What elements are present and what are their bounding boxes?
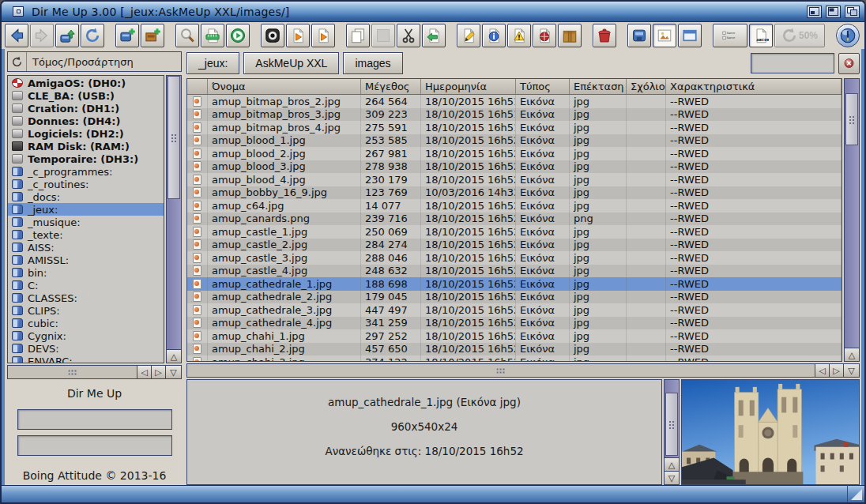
sidebar-vscroll-thumb[interactable]	[168, 76, 180, 199]
column-header-icon[interactable]	[187, 79, 208, 94]
table-row[interactable]: amup_blood_1.jpg253 58518/10/2015 16h52Ε…	[187, 134, 842, 148]
sidebar-item[interactable]: CLIPS:	[8, 304, 164, 317]
sidebar-item[interactable]: ENVARC:	[8, 355, 164, 363]
filter-input[interactable]	[751, 53, 834, 73]
sidebar-hscroll-track[interactable]	[7, 365, 137, 379]
sidebar-hscrollbar[interactable]: ◁ ▷ ▽	[7, 365, 182, 379]
table-row[interactable]: amup_bobby_16_9.jpg123 76910/03/2016 14h…	[187, 186, 842, 200]
cut-button[interactable]	[397, 24, 420, 47]
table-hscroll-track[interactable]	[186, 363, 815, 378]
table-scroll-down-button[interactable]: ▽	[844, 363, 860, 378]
table-vscroll-thumb[interactable]	[845, 93, 858, 145]
table-row[interactable]: amup_chahi_1.jpg297 25218/10/2015 16h52Ε…	[187, 329, 842, 343]
rename-button[interactable]	[457, 24, 480, 47]
table-row[interactable]: amup_c64.jpg14 07718/10/2015 16h52Εικόνα…	[187, 199, 842, 213]
breadcrumb-volume[interactable]: _jeux:	[186, 52, 239, 74]
save-list-button[interactable]	[627, 24, 651, 47]
iconify-button[interactable]	[807, 6, 822, 18]
sidebar-item[interactable]: _docs:	[8, 190, 164, 203]
sidebar-scroll-down-button[interactable]: ▽	[166, 365, 182, 379]
sidebar-scroll-up-button[interactable]: △	[167, 349, 181, 363]
sidebar-vscrollbar[interactable]: △	[166, 75, 182, 363]
refresh-button[interactable]	[81, 24, 104, 47]
protect-button[interactable]	[533, 24, 556, 47]
delete-button[interactable]	[593, 24, 616, 47]
zoom-button[interactable]	[826, 6, 841, 18]
table-row[interactable]: amup_blood_3.jpg278 93818/10/2015 16h52Ε…	[187, 160, 842, 174]
boing-button[interactable]	[836, 24, 860, 47]
table-row[interactable]: amup_bitmap_bros_3.jpg309 22318/10/2015 …	[187, 108, 842, 122]
new-disk-button[interactable]	[115, 24, 139, 47]
clear-filter-button[interactable]	[838, 53, 860, 74]
info-vscrollbar[interactable]: △ ▽	[664, 379, 680, 485]
table-row[interactable]: amup_chahi_2.jpg457 65018/10/2015 16h52Ε…	[187, 343, 842, 356]
info-vscroll-track[interactable]	[665, 380, 679, 457]
sidebar-item[interactable]: Crιation: (DH1:)	[8, 102, 164, 115]
column-header[interactable]: Χαρακτηριστικά	[666, 79, 842, 94]
comment-button[interactable]	[507, 24, 531, 47]
sidebar-item[interactable]: AmigaOS: (DH0:)	[8, 77, 164, 89]
column-header[interactable]: Ημερομηνία	[421, 79, 516, 94]
sidebar-scroll-left-button[interactable]: ◁	[137, 365, 152, 379]
table-row[interactable]: amup_cathedrale_1.jpg188 69818/10/2015 1…	[187, 277, 842, 291]
column-header[interactable]: Μέγεθος	[361, 79, 421, 94]
sidebar-item[interactable]: C:	[8, 279, 164, 291]
duplicate-button[interactable]	[371, 24, 395, 47]
sidebar-item[interactable]: Temporaire: (DH3:)	[8, 152, 164, 165]
table-hscrollbar[interactable]: ◁ ▷ ▽	[186, 363, 860, 378]
sidebar-item[interactable]: Logiciels: (DH2:)	[8, 127, 164, 140]
nav-forward-button[interactable]	[30, 24, 54, 47]
measure-button[interactable]	[201, 24, 224, 47]
volume-reload-button[interactable]	[55, 24, 79, 47]
zoom-level-button[interactable]: 50%	[774, 24, 825, 47]
titlebar[interactable]: Dir Me Up 3.00 [_jeux:AskMeUp XXL/images…	[2, 2, 864, 22]
sidebar-item[interactable]: RAM Disk: (RAM:)	[8, 140, 164, 152]
preview-toggle-button[interactable]	[653, 24, 676, 47]
show-file-button[interactable]	[286, 24, 310, 47]
info-scroll-down-button[interactable]: ▽	[665, 471, 679, 484]
close-button[interactable]	[13, 6, 24, 17]
sidebar-item[interactable]: CLE_BA: (USB:)	[8, 89, 164, 102]
table-row[interactable]: amup_bitmap_bros_4.jpg275 59118/10/2015 …	[187, 121, 842, 134]
table-row[interactable]: amup_bitmap_bros_2.jpg264 56418/10/2015 …	[187, 95, 842, 108]
table-scroll-left-button[interactable]: ◁	[815, 363, 830, 378]
table-row[interactable]: amup_castle_4.jpg248 63218/10/2015 16h52…	[187, 265, 842, 278]
sidebar-item[interactable]: _c_routines:	[8, 178, 164, 190]
column-header[interactable]: Τύπος	[516, 79, 570, 94]
table-scroll-right-button[interactable]: ▷	[830, 363, 844, 378]
sidebar-item[interactable]: DEVS:	[8, 342, 164, 355]
table-row[interactable]: amup_chahi_3.jpg374 12218/10/2015 16h52Ε…	[187, 355, 842, 361]
information-button[interactable]	[482, 24, 506, 47]
sidebar-item[interactable]: AISS:	[8, 241, 164, 254]
table-row[interactable]: amup_cathedrale_4.jpg341 25918/10/2015 1…	[187, 317, 842, 330]
start-button[interactable]	[226, 24, 250, 47]
volumes-refresh-button[interactable]	[8, 52, 27, 71]
sidebar-scroll-right-button[interactable]: ▷	[152, 365, 166, 379]
table-row[interactable]: amup_castle_2.jpg284 27418/10/2015 16h52…	[187, 239, 842, 252]
run-file-button[interactable]	[311, 24, 335, 47]
info-vscroll-thumb[interactable]	[665, 393, 678, 456]
table-vscroll-track[interactable]	[845, 79, 859, 348]
table-row[interactable]: amup_cathedrale_2.jpg179 04518/10/2015 1…	[187, 291, 842, 304]
sidebar-item[interactable]: Cygnix:	[8, 329, 164, 342]
sidebar-item[interactable]: _c_programmes:	[8, 165, 164, 178]
info-scroll-up-button[interactable]: △	[665, 457, 679, 471]
table-scroll-up-button[interactable]: △	[845, 348, 859, 361]
table-row[interactable]: amup_castle_1.jpg250 06918/10/2015 16h52…	[187, 225, 842, 239]
archive-button[interactable]	[558, 24, 582, 47]
resize-handle[interactable]	[847, 485, 864, 502]
table-row[interactable]: amup_castle_3.jpg288 04618/10/2015 16h52…	[187, 251, 842, 265]
paste-button[interactable]	[422, 24, 446, 47]
table-vscrollbar[interactable]: △	[844, 78, 860, 362]
new-drawer-button[interactable]	[141, 24, 164, 47]
sidebar-item[interactable]: CLASSES:	[8, 291, 164, 304]
column-header[interactable]: Σχόλιο	[627, 79, 666, 94]
sidebar-item[interactable]: _jeux:	[8, 203, 164, 216]
column-header[interactable]: Επέκταση	[570, 79, 627, 94]
table-row[interactable]: amup_canards.png239 71618/10/2015 16h52Ε…	[187, 213, 842, 226]
window-mode-button[interactable]	[678, 24, 702, 47]
sidebar-item[interactable]: bin:	[8, 266, 164, 279]
depth-button[interactable]	[845, 6, 860, 18]
nav-back-button[interactable]	[5, 24, 28, 47]
copy-button[interactable]	[346, 24, 370, 47]
